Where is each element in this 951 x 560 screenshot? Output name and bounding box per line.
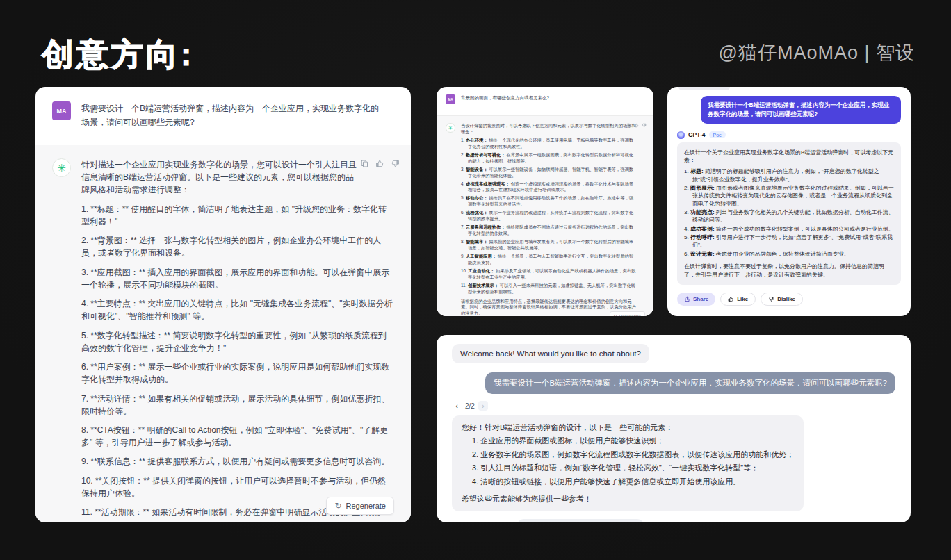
assistant-list-item: 2. 业务数字化的场景图，例如数字化流程图或数字化数据图表，以便传达该应用的功能… [462, 450, 794, 460]
assistant-list-item: 4. 清晰的按钮或链接，以便用户能够快速了解更多信息或立即开始使用该应用。 [462, 477, 794, 487]
assistant-list-item: 6. **用户案例：** 展示一些企业或行业的实际案例，说明应用是如何帮助他们实… [81, 361, 394, 386]
search-web-pill-button[interactable]: ⚙ search web and ask GPT-4 [517, 519, 644, 522]
next-page-button[interactable]: › [478, 401, 488, 411]
bot-identity-row: GPT-4 Poe [677, 131, 901, 139]
refresh-icon: ↻ [452, 522, 460, 522]
user-message: 我需要设计一个B端运营活动弹窗，描述内容为一个企业应用，实现业务数字化的场景，请… [81, 101, 380, 130]
assistant-intro: 您好！针对B端运营活动弹窗的设计，以下是一些可能的元素： [462, 422, 794, 433]
message-actions [626, 123, 647, 128]
assistant-message: 针对描述一个企业应用实现业务数字化的场景，您可以设计一个引人注目且信息清晰的B端… [81, 158, 394, 522]
like-button[interactable]: Like [720, 293, 756, 306]
assistant-closing: 在设计弹窗时，要注意不要过于复杂，以免分散用户的注意力。保持信息的简洁明了，并引… [684, 263, 894, 279]
regenerate-icon: ↻ [614, 313, 617, 316]
regenerate-label: Regenerate [619, 314, 641, 317]
assistant-list-item: 4. 虚拟现实或增强现实： 创造一个虚拟现实或增强现实的场景，将数字化技术与实际… [461, 181, 636, 194]
user-avatar: MA [52, 101, 71, 120]
assistant-list-item: 1. 企业应用的界面截图或图标，以便用户能够快速识别； [462, 436, 794, 446]
poe-panel: 我需要设计一个B端运营活动弹窗，描述内容为一个企业应用，实现业务数字化的场景，请… [667, 87, 911, 316]
thumbs-up-icon[interactable] [634, 123, 639, 128]
assistant-list-item: 8. 智能城市： 如果您的企业应用与城市发展有关，可以展示一个数字化转型后的智能… [461, 239, 636, 252]
thumbs-up-icon[interactable] [375, 159, 384, 168]
assistant-message-row: ✳ 当设计弹窗的背景图时，可以考虑以下创意方向和元素，以展示与数字化转型相关的场… [437, 115, 653, 316]
regenerate-label: Regenerate [346, 502, 387, 510]
assistant-closing: 希望这些元素能够为您提供一些参考！ [462, 494, 794, 504]
assistant-list-item: 4. 成功案例: 简述一两个成功的数字化转型案例，可以是具体的公司或者是行业范例… [684, 225, 894, 233]
user-message-bubble: 我需要设计一个B端运营活动弹窗，描述内容为一个企业应用，实现业务数字化的场景，请… [485, 372, 895, 394]
page-indicator: 2/2 [465, 402, 475, 410]
assistant-list-item: 10. 工业自动化： 如果涉及工业领域，可以展示自动化生产线或机器人操作的场景，… [461, 268, 636, 281]
assistant-list-item: 2. 图形展示: 用图形或者图像来直观地展示业务数字化的过程或结果。例如，可以画… [684, 184, 894, 208]
assistant-list-item: 7. 云服务和远程协作： 描绘团队成员在不同地点通过云服务进行远程协作的场景，突… [461, 224, 636, 237]
assistant-intro: 当设计弹窗的背景图时，可以考虑以下创意方向和元素，以展示与数字化转型相关的场景和… [461, 123, 636, 135]
assistant-list-item: 3. 功能亮点: 列出与业务数字化相关的几个关键功能，比如数据分析、自动化工作流… [684, 208, 894, 224]
assistant-list-item: 5. **数字化转型描述：** 简要说明数字化转型的重要性，例如 "从繁琐的纸质… [81, 329, 394, 354]
share-icon [684, 296, 690, 302]
assistant-list-item: 4. **主要特点：** 突出应用的关键特点，比如 "无缝集成各业务流程"、"实… [81, 297, 394, 322]
assistant-list-item: 7. **活动详情：** 如果有相关的促销或活动，展示活动的具体细节，例如优惠折… [81, 393, 394, 418]
thumbs-down-icon [768, 296, 774, 302]
poe-badge[interactable]: Poe [709, 131, 726, 138]
assistant-list-item: 6. 设计元素: 考虑使用企业的品牌颜色，保持整体设计简洁而专业。 [684, 250, 894, 258]
assistant-list-item: 10. **关闭按钮：** 提供关闭弹窗的按钮，让用户可以选择暂时不参与活动，但… [81, 475, 394, 500]
assistant-list-item: 5. 移动办公： 描绘员工在不同地点使用移动设备工作的场景，如在咖啡厅、旅途中等… [461, 195, 636, 208]
gpt4-avatar-icon [677, 131, 685, 139]
pagination: ‹ 2/2 › [452, 401, 895, 411]
assistant-list-item: 5. 行动呼吁: 引导用户进行下一步行动，比如"点击了解更多"、"免费试用"或者… [684, 233, 894, 249]
dislike-label: Dislike [777, 296, 795, 302]
regenerate-button[interactable]: ↻ Regenerate [610, 311, 645, 316]
regenerate-button[interactable]: ↻ Regenerate [326, 497, 394, 515]
assistant-intro: 在设计一个关于企业应用实现业务数字化场景的B端运营活动弹窗时，可以考虑以下元素： [684, 149, 894, 165]
copy-icon[interactable] [626, 123, 631, 128]
user-message-bubble: 我需要设计一个B端运营活动弹窗，描述内容为一个企业应用，实现业务数字化的场景，请… [701, 96, 901, 124]
thumbs-up-icon [728, 296, 734, 302]
poe-footer: Share Like Dislike [677, 293, 901, 306]
chatgpt-avatar-icon: ✳ [446, 123, 455, 133]
assistant-list-item: 11. 创新技术展示： 可以引入一些未来科技的元素，如虚拟键盘、无人机等，突出数… [461, 283, 636, 295]
assistant-list-item: 6. 流程优化： 展示一个业务流程的改进过程，从传统手工流程到数字化流程，突出数… [461, 210, 636, 222]
chatgpt-panel-small: MA 背景图的画面，有哪些创意方向或者元素么? ✳ 当设计弹窗的背景图时，可以考… [437, 87, 653, 316]
chatgpt-avatar-icon: ✳ [52, 158, 71, 177]
assistant-intro: 针对描述一个企业应用实现业务数字化的场景，您可以设计一个引人注目且信息清晰的B端… [81, 158, 361, 197]
assistant-message-bubble: 在设计一个关于企业应用实现业务数字化场景的B端运营活动弹窗时，可以考虑以下元素：… [677, 142, 901, 285]
thumbs-down-icon[interactable] [391, 159, 400, 168]
assistant-message-row: ✳ 针对描述一个企业应用实现业务数字化的场景，您可以设计一个引人注目且信息清晰的… [35, 145, 411, 522]
author-credit: @猫仔MAoMAo | 智设 [719, 40, 915, 65]
assistant-list-item: 9. 人工智能应用： 描绘一个场景，员工与人工智能助手进行交互，突出数字化转型后… [461, 254, 636, 266]
page-background: 创意方向: @猫仔MAoMAo | 智设 MA 我需要设计一个B端运营活动弹窗，… [0, 0, 951, 560]
thumbs-down-icon[interactable] [642, 123, 647, 128]
user-message: 背景图的画面，有哪些创意方向或者元素么? [461, 94, 628, 101]
assistant-list-item: 1. 标题: 简洁明了的标题能够吸引用户的注意力，例如，"开启您的数字化转型之旅… [684, 167, 894, 183]
dislike-button[interactable]: Dislike [761, 293, 803, 306]
answer-again-button[interactable]: ↻ answer again [452, 522, 508, 522]
assistant-message-bubble: 您好！针对B端运营活动弹窗的设计，以下是一些可能的元素： 1. 企业应用的界面截… [452, 415, 804, 511]
page-title: 创意方向: [42, 33, 194, 76]
assistant-list-item: 8. **CTA按钮：** 明确的Call to Action按钮，例如 "立即… [81, 424, 394, 449]
like-label: Like [737, 296, 748, 302]
prev-page-button[interactable]: ‹ [452, 401, 462, 411]
user-avatar: MA [446, 94, 455, 104]
assistant-message: 当设计弹窗的背景图时，可以考虑以下创意方向和元素，以展示与数字化转型相关的场景和… [461, 123, 636, 316]
assistant-list-item: 1. **标题：** 使用醒目的字体，简洁明了地表达主题，如 "升级您的业务：数… [81, 203, 394, 228]
regenerate-icon: ↻ [334, 502, 341, 510]
message-actions [360, 159, 400, 168]
chat-panel-bottom: Welcome back! What would you like to cha… [437, 335, 911, 522]
assistant-list-item: 3. 智能设备： 可以展示一些智能设备，如物联网传感器、智能手机、智能手表等，强… [461, 167, 636, 179]
assistant-list-item: 2. 数据分析与可视化： 在背景中展示一组数据图表，突出数字化转型后数据分析和可… [461, 152, 636, 165]
previous-message-fragment [678, 87, 730, 90]
bot-name: GPT-4 [688, 131, 706, 138]
assistant-list-item: 3. **应用截图：** 插入应用的界面截图，展示应用的界面和功能。可以在弹窗中… [81, 266, 394, 291]
user-message-row: MA 背景图的画面，有哪些创意方向或者元素么? [437, 87, 653, 115]
share-button[interactable]: Share [677, 293, 715, 306]
assistant-list-item: 1. 办公环境： 描绘一个现代化的办公环境，员工使用电脑、平板电脑等数字工具，强… [461, 138, 636, 150]
user-message-row: MA 我需要设计一个B端运营活动弹窗，描述内容为一个企业应用，实现业务数字化的场… [35, 87, 411, 145]
copy-icon[interactable] [360, 159, 369, 168]
chatgpt-panel-large: MA 我需要设计一个B端运营活动弹窗，描述内容为一个企业应用，实现业务数字化的场… [35, 87, 411, 522]
assistant-list-item: 9. **联系信息：** 提供客服联系方式，以便用户有疑问或需要更多信息时可以咨… [81, 455, 394, 468]
assistant-list-item: 3. 引人注目的标题和短语，例如“数字化管理，轻松高效”、“一键实现数字化转型”… [462, 463, 794, 473]
bot-greeting-bubble: Welcome back! What would you like to cha… [452, 344, 649, 363]
assistant-list-item: 2. **背景图：** 选择一张与数字化转型相关的图片，例如企业办公环境中工作的… [81, 234, 394, 259]
bottom-footer: ↻ answer again ⚙ search web and ask GPT-… [452, 519, 895, 522]
share-label: Share [693, 296, 708, 302]
